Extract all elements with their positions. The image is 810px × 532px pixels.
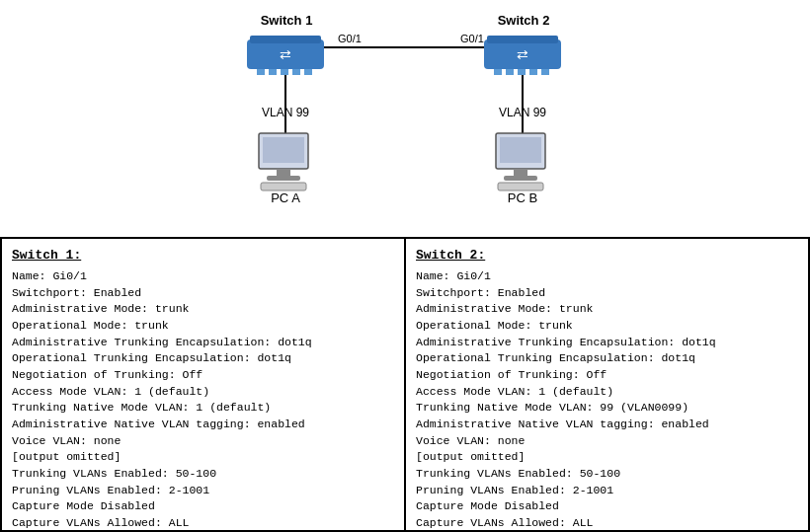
sw1-line-6: Negotiation of Trunking: Off [12, 367, 394, 384]
sw2-line-8: Trunking Native Mode VLAN: 99 (VLAN0099) [416, 400, 798, 417]
switch1-label: Switch 1 [261, 13, 313, 28]
sw1-line-7: Access Mode VLAN: 1 (default) [12, 384, 394, 401]
sw2-line-7: Access Mode VLAN: 1 (default) [416, 384, 798, 401]
svg-text:⇄: ⇄ [280, 46, 291, 62]
sw1-line-2: Administrative Mode: trunk [12, 301, 394, 318]
sw1-line-15: Capture VLANs Allowed: ALL [12, 515, 394, 532]
sw1-line-1: Switchport: Enabled [12, 285, 394, 302]
sw2-line-6: Negotiation of Trunking: Off [416, 367, 798, 384]
network-diagram: Switch 1 ⇄ Switch 2 ⇄ [158, 10, 652, 227]
svg-rect-3 [257, 69, 265, 75]
svg-rect-9 [487, 36, 558, 43]
sw2-line-2: Administrative Mode: trunk [416, 301, 798, 318]
sw2-line-14: Capture Mode Disabled [416, 498, 798, 515]
svg-rect-22 [500, 137, 541, 163]
sw2-line-1: Switchport: Enabled [416, 285, 798, 302]
svg-rect-23 [514, 169, 527, 176]
pcb-label: PC B [508, 190, 537, 205]
sw1-line-10: Voice VLAN: none [12, 433, 394, 450]
sw2-line-15: Capture VLANs Allowed: ALL [416, 515, 798, 532]
switch2-title: Switch 2: [416, 247, 798, 266]
svg-rect-4 [269, 69, 277, 75]
sw1-line-8: Trunking Native Mode VLAN: 1 (default) [12, 400, 394, 417]
svg-rect-20 [261, 183, 306, 190]
svg-rect-5 [281, 69, 288, 75]
switch2-icon: ⇄ [484, 36, 561, 75]
info-section: Switch 1: Name: Gi0/1 Switchport: Enable… [0, 237, 810, 532]
sw2-line-13: Pruning VLANs Enabled: 2-1001 [416, 483, 798, 499]
switch1-title: Switch 1: [12, 247, 394, 266]
sw2-line-11: [output omitted] [416, 449, 798, 466]
diagram-section: Switch 1 ⇄ Switch 2 ⇄ [0, 0, 810, 237]
switch2-panel: Switch 2: Name: Gi0/1 Switchport: Enable… [406, 239, 808, 530]
sw2-line-12: Trunking VLANs Enabled: 50-100 [416, 466, 798, 483]
sw2-line-5: Operational Trunking Encapsulation: dot1… [416, 350, 798, 367]
sw1-line-0: Name: Gi0/1 [12, 268, 394, 285]
switch1-icon: ⇄ [247, 36, 324, 75]
svg-rect-14 [529, 69, 537, 75]
sw2-line-0: Name: Gi0/1 [416, 268, 798, 285]
svg-rect-11 [494, 69, 502, 75]
svg-rect-12 [506, 69, 514, 75]
switch2-label: Switch 2 [498, 13, 550, 28]
g01-left-label: G0/1 [338, 33, 362, 44]
vlan99-right-label: VLAN 99 [499, 106, 546, 119]
sw1-line-11: [output omitted] [12, 449, 394, 466]
sw2-line-10: Voice VLAN: none [416, 433, 798, 450]
sw2-line-4: Administrative Trunking Encapsulation: d… [416, 335, 798, 351]
g01-right-label: G0/1 [460, 33, 484, 44]
sw1-line-13: Pruning VLANs Enabled: 2-1001 [12, 483, 394, 499]
svg-rect-6 [292, 69, 300, 75]
sw1-line-3: Operational Mode: trunk [12, 318, 394, 335]
vlan99-left-label: VLAN 99 [262, 106, 309, 119]
pcb-icon [496, 133, 545, 190]
diagram-svg: Switch 1 ⇄ Switch 2 ⇄ [158, 10, 652, 227]
svg-rect-7 [304, 69, 312, 75]
svg-text:⇄: ⇄ [517, 46, 528, 62]
switch1-panel: Switch 1: Name: Gi0/1 Switchport: Enable… [2, 239, 406, 530]
sw1-line-5: Operational Trunking Encapsulation: dot1… [12, 350, 394, 367]
sw1-line-9: Administrative Native VLAN tagging: enab… [12, 417, 394, 433]
svg-rect-24 [504, 176, 537, 181]
sw2-line-9: Administrative Native VLAN tagging: enab… [416, 417, 798, 433]
svg-rect-18 [277, 169, 290, 176]
sw1-line-14: Capture Mode Disabled [12, 498, 394, 515]
svg-rect-17 [263, 137, 304, 163]
sw1-line-4: Administrative Trunking Encapsulation: d… [12, 335, 394, 351]
svg-rect-25 [498, 183, 543, 190]
sw1-line-12: Trunking VLANs Enabled: 50-100 [12, 466, 394, 483]
svg-rect-15 [541, 69, 549, 75]
pca-icon [259, 133, 308, 190]
pca-label: PC A [271, 190, 300, 205]
svg-rect-13 [518, 69, 526, 75]
svg-rect-1 [250, 36, 321, 43]
svg-rect-19 [267, 176, 300, 181]
sw2-line-3: Operational Mode: trunk [416, 318, 798, 335]
